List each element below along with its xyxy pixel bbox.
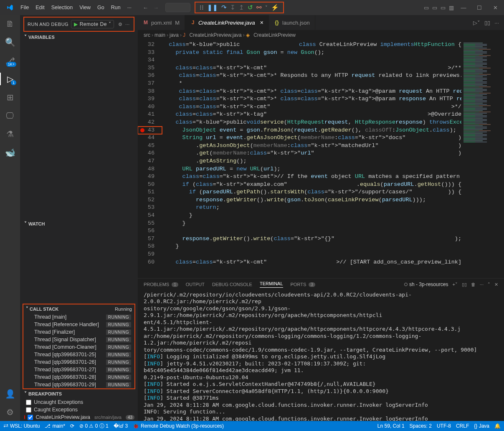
bp-uncaught[interactable]: Uncaught Exceptions [20, 398, 138, 406]
eol[interactable]: CRLF [456, 423, 469, 429]
menu-file[interactable]: File [18, 3, 32, 12]
line-number[interactable]: 43 [138, 127, 162, 134]
notifications-icon[interactable]: 🔔 [494, 423, 501, 429]
thread-row[interactable]: Thread [qtp399683701-25]RUNNING [23, 351, 134, 358]
crumb-java[interactable]: java [170, 32, 179, 38]
bp-uncaught-checkbox[interactable] [26, 400, 31, 405]
line-number[interactable]: 55 [138, 220, 162, 228]
start-debug-icon[interactable]: ▶ [74, 21, 78, 27]
thread-row[interactable]: Thread [qtp399683701-26]RUNNING [23, 358, 134, 366]
new-terminal-icon[interactable]: +˅ [452, 282, 457, 287]
minimap[interactable] [461, 40, 504, 278]
line-number[interactable]: 32 [138, 41, 162, 49]
bp-file-checkbox[interactable] [28, 415, 33, 420]
kill-terminal-icon[interactable]: 🗑 [471, 282, 476, 287]
line-number[interactable]: 56 [138, 227, 162, 235]
chevron-down-icon[interactable]: ˅ [109, 21, 111, 27]
run-debug-icon[interactable]: ▷1 [5, 74, 15, 84]
hot-reload-icon[interactable]: ⚡ [271, 4, 279, 11]
indentation[interactable]: Spaces: 2 [410, 423, 432, 429]
debug-session[interactable]: 🐞Remote Debug Watch (3p-resources) [133, 423, 224, 429]
more-icon[interactable]: ··· [480, 282, 484, 287]
testing-icon[interactable]: ⚗ [5, 129, 15, 139]
breakpoint-dot-icon[interactable] [140, 128, 144, 132]
thread-row[interactable]: Thread [Reference Handler]RUNNING [23, 321, 134, 328]
bp-caught-checkbox[interactable] [26, 407, 31, 413]
tab-output[interactable]: OUTPUT [186, 282, 205, 287]
cursor-position[interactable]: Ln 59, Col 1 [377, 423, 405, 429]
line-number[interactable]: 54 [138, 212, 162, 220]
ports-status[interactable]: �ìⅆ 3 [114, 423, 128, 429]
line-number[interactable]: 42 [138, 119, 162, 127]
sync-status[interactable]: ⟳ [70, 423, 74, 429]
menu-more[interactable]: ··· [124, 3, 134, 12]
remote-indicator[interactable]: ⮂WSL: Ubuntu [3, 423, 40, 429]
window-maximize-icon[interactable]: ☐ [473, 5, 486, 11]
line-number[interactable]: 41 [138, 111, 162, 119]
extensions-icon[interactable]: ⊞ [5, 92, 15, 103]
line-number[interactable]: 59 [138, 251, 162, 259]
thread-row[interactable]: Thread [main]RUNNING [23, 313, 134, 321]
crumb-class[interactable]: CreateLinkPreview [253, 32, 296, 38]
thread-row[interactable]: Thread [qtp399683701-27]RUNNING [23, 366, 134, 373]
section-variables[interactable]: ˅VARIABLES [20, 33, 138, 42]
tab-pom-xml[interactable]: Mpom.xmlM [138, 15, 185, 30]
encoding[interactable]: UTF-8 [437, 423, 451, 429]
line-number[interactable]: 44 [138, 134, 162, 142]
line-number[interactable]: 47 [138, 157, 162, 165]
crumb-src[interactable]: src [144, 32, 150, 38]
line-number[interactable]: 58 [138, 243, 162, 251]
window-close-icon[interactable]: ✕ [489, 5, 501, 11]
line-number[interactable]: 38 [138, 88, 162, 96]
debug-config-picker[interactable]: ▶ Remote De ˅ [71, 20, 114, 28]
layout-customize-icon[interactable]: ▥ [449, 5, 454, 11]
window-minimize-icon[interactable]: — [457, 5, 470, 11]
thread-row[interactable]: Thread [qtp399683701-28]RUNNING [23, 373, 134, 381]
pause-icon[interactable]: ❚❚ [207, 4, 218, 11]
tab-createlinkpreview[interactable]: JCreateLinkPreview.java× [185, 15, 269, 30]
restart-icon[interactable]: ↺ [248, 4, 253, 11]
line-number[interactable]: 39 [138, 95, 162, 103]
chevron-down-icon[interactable]: ˅ [265, 5, 268, 10]
problems-status[interactable]: ⊘ 0 ⚠ 0 ⓘ 1 [79, 423, 109, 430]
code-editor[interactable]: 32 class="k-blue">public class CreateLin… [138, 40, 461, 278]
accounts-icon[interactable]: 👤 [5, 388, 15, 399]
menu-edit[interactable]: Edit [33, 3, 48, 12]
step-into-icon[interactable]: ↧ [230, 4, 236, 11]
crumb-file[interactable]: CreateLinkPreview.java [189, 32, 241, 38]
more-icon[interactable]: ··· [125, 22, 130, 27]
line-number[interactable]: 45 [138, 142, 162, 150]
menu-selection[interactable]: Selection [48, 3, 76, 12]
tab-debug-console[interactable]: DEBUG CONSOLE [212, 282, 252, 287]
line-number[interactable]: 49 [138, 173, 162, 181]
menu-run[interactable]: Run [108, 3, 124, 12]
menu-view[interactable]: View [76, 3, 94, 12]
line-number[interactable]: 51 [138, 188, 162, 196]
remote-explorer-icon[interactable]: 🖵 [5, 110, 15, 121]
menu-go[interactable]: Go [94, 3, 107, 12]
thread-row[interactable]: Thread [qtp399683701-29]RUNNING [23, 381, 134, 388]
line-number[interactable]: 50 [138, 181, 162, 189]
line-number[interactable]: 46 [138, 150, 162, 157]
step-out-icon[interactable]: ↥ [239, 4, 244, 11]
explorer-icon[interactable]: 🗎 [5, 18, 15, 29]
section-watch[interactable]: ˅WATCH [20, 219, 138, 228]
crumb-main[interactable]: main [154, 32, 165, 38]
disconnect-icon[interactable]: ⚯ [256, 4, 262, 11]
line-number[interactable]: 53 [138, 204, 162, 212]
tab-problems[interactable]: PROBLEMS1 [144, 282, 178, 287]
nav-back-icon[interactable]: ← [143, 5, 148, 11]
line-number[interactable]: 36 [138, 72, 162, 80]
breadcrumb[interactable]: src› main› java› J CreateLinkPreview.jav… [138, 30, 504, 40]
terminal-output[interactable]: /pierrick/.m2/repository/io/cloudevents/… [138, 291, 504, 421]
language-mode[interactable]: {} Java [474, 423, 489, 429]
line-number[interactable]: 52 [138, 196, 162, 204]
thread-row[interactable]: Thread [Common-Cleaner]RUNNING [23, 343, 134, 351]
settings-gear-icon[interactable]: ⚙ [5, 407, 15, 418]
split-editor-icon[interactable]: ▯▯ [484, 20, 490, 26]
split-terminal-icon[interactable]: ▯▯ [462, 282, 467, 287]
layout-panel1-icon[interactable]: ▭ [424, 5, 429, 11]
line-number[interactable]: 37 [138, 80, 162, 88]
bp-file-row[interactable]: CreateLinkPreview.java src/main/java 43 [20, 413, 138, 421]
gear-icon[interactable]: ⚙ [118, 22, 123, 27]
